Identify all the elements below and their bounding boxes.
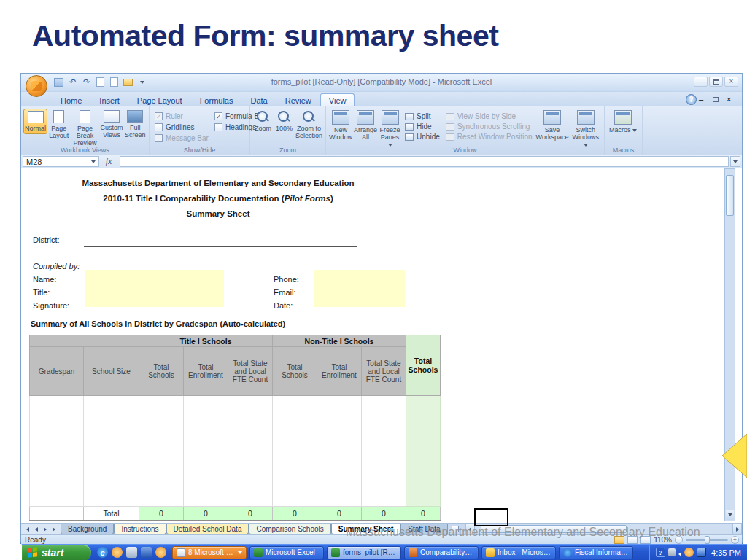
slide: Automated Form: summary sheet ↶ ↷ forms_…	[0, 0, 747, 560]
next-sheet-icon[interactable]	[42, 527, 49, 532]
volume-icon[interactable]	[668, 548, 676, 556]
zoom-100-button[interactable]: 100%	[274, 109, 295, 133]
group-macros: Macros Macros	[605, 106, 643, 155]
message-bar-checkbox[interactable]: Message Bar	[155, 134, 209, 142]
help-icon[interactable]: ?	[686, 94, 697, 105]
header-line-2: 2010-11 Title I Comparability Documentat…	[43, 194, 393, 203]
ie-icon	[563, 548, 572, 557]
gridlines-checkbox[interactable]: Gridlines	[155, 123, 209, 131]
synchronous-scrolling-button[interactable]: Synchronous Scrolling	[446, 122, 533, 131]
page-layout-icon	[53, 110, 64, 123]
ribbon-tab-row: Home Insert Page Layout Formulas Data Re…	[21, 92, 742, 106]
ie-icon[interactable]: e	[97, 547, 108, 558]
office-button[interactable]	[26, 75, 47, 97]
new-window-button[interactable]: New Window	[328, 109, 353, 142]
normal-view-button[interactable]: Normal	[23, 109, 47, 134]
sheet-canvas[interactable]: Massachusetts Department of Elementary a…	[21, 168, 742, 523]
arrange-all-button[interactable]: Arrange All	[353, 109, 378, 142]
name-box-dropdown-icon[interactable]	[91, 160, 96, 163]
col-header: Total Schools	[139, 347, 184, 396]
total-value: 0	[317, 507, 362, 521]
header-line-1: Massachusetts Department of Elementary a…	[43, 179, 393, 187]
task-button-forms-pilot[interactable]: forms_pilot [Read-O...	[327, 546, 401, 559]
group-window: New Window Arrange All Freeze Panes Spli…	[326, 106, 605, 155]
prev-sheet-icon[interactable]	[33, 527, 40, 532]
restore-button[interactable]	[709, 77, 723, 87]
tab-review[interactable]: Review	[276, 93, 320, 106]
hide-button[interactable]: Hide	[405, 122, 440, 131]
vertical-scrollbar-thumb[interactable]	[726, 175, 734, 216]
messenger-icon[interactable]	[684, 548, 694, 557]
ruler-checkbox[interactable]: ✓ Ruler	[155, 112, 209, 120]
tab-formulas[interactable]: Formulas	[191, 93, 242, 106]
unhide-button[interactable]: Unhide	[405, 133, 440, 141]
window-controls: – ×	[694, 77, 738, 87]
tab-data[interactable]: Data	[241, 93, 276, 106]
tab-insert[interactable]: Insert	[90, 93, 128, 106]
magnifier-selection-icon	[302, 110, 315, 123]
phone-email-date-input[interactable]	[314, 270, 405, 307]
table-body-cell	[317, 396, 362, 507]
fx-icon[interactable]: fx	[99, 155, 118, 168]
formula-bar-expand-icon[interactable]	[730, 156, 740, 167]
macros-button[interactable]: Macros	[607, 109, 639, 135]
district-input-line[interactable]	[84, 236, 357, 247]
doc-close-button[interactable]: ×	[727, 95, 738, 104]
sheet-tab-instructions[interactable]: Instructions	[114, 524, 166, 534]
view-side-by-side-button[interactable]: View Side by Side	[446, 112, 533, 120]
phone-label: Phone:	[274, 275, 299, 284]
mail-icon[interactable]	[155, 547, 166, 558]
network-icon[interactable]	[697, 548, 706, 557]
task-button-office-group[interactable]: 8 Microsoft Office ...	[172, 546, 247, 559]
name-title-signature-input[interactable]	[85, 270, 224, 307]
formula-input[interactable]	[120, 156, 729, 167]
clock: 4:35 PM	[711, 548, 741, 557]
hide-tray-icons-chevron[interactable]	[678, 546, 681, 559]
freeze-panes-button[interactable]: Freeze Panes	[378, 109, 402, 149]
help-tray-icon[interactable]: ?	[656, 548, 665, 557]
zoom-in-icon[interactable]: +	[731, 536, 739, 544]
sync-scroll-icon	[446, 123, 454, 131]
name-box[interactable]: M28	[23, 156, 99, 167]
page-break-preview-button[interactable]: Page Break Preview	[71, 109, 100, 148]
split-button[interactable]: Split	[405, 112, 440, 120]
doc-restore-button[interactable]	[713, 95, 724, 104]
explorer-icon[interactable]	[126, 547, 137, 558]
zoom-slider[interactable]	[686, 539, 728, 541]
total-value: 0	[362, 507, 406, 521]
last-sheet-icon[interactable]	[50, 527, 58, 532]
sheet-tab-detailed-school-data[interactable]: Detailed School Data	[166, 524, 249, 534]
dropdown-icon	[632, 129, 637, 132]
zoom-to-selection-button[interactable]: Zoom to Selection	[295, 109, 323, 141]
scroll-right-icon[interactable]	[732, 524, 742, 534]
page-break-icon	[80, 110, 90, 123]
tab-view[interactable]: View	[320, 93, 355, 106]
sheet-tab-comparison-schools[interactable]: Comparison Schools	[249, 524, 330, 534]
task-button-fiscal-information[interactable]: Fiscal Information: M...	[559, 546, 633, 559]
first-sheet-icon[interactable]	[24, 527, 31, 532]
outlook-icon[interactable]	[112, 547, 123, 558]
start-button[interactable]: start	[22, 545, 91, 560]
full-screen-button[interactable]: Full Screen	[123, 109, 147, 140]
close-button[interactable]: ×	[724, 77, 738, 87]
task-button-comparability[interactable]: Comparability_SMazz...	[404, 546, 479, 559]
task-button-inbox[interactable]: Inbox - Microsoft Out...	[481, 546, 556, 559]
switch-windows-button[interactable]: Switch Windows	[569, 109, 602, 149]
full-screen-icon	[127, 110, 143, 122]
scroll-down-icon[interactable]	[726, 510, 734, 520]
zoom-button[interactable]: Zoom	[252, 109, 274, 133]
sheet-tab-background[interactable]: Background	[61, 524, 114, 534]
save-workspace-button[interactable]: Save Workspace	[535, 109, 570, 142]
word-icon[interactable]	[141, 547, 152, 558]
doc-minimize-button[interactable]: –	[699, 95, 711, 104]
task-button-excel[interactable]: Microsoft Excel	[249, 546, 324, 559]
excel-icon	[254, 548, 263, 557]
tab-page-layout[interactable]: Page Layout	[128, 93, 191, 106]
excel-icon	[331, 548, 340, 557]
zoom-slider-thumb[interactable]	[705, 536, 710, 544]
tab-home[interactable]: Home	[52, 93, 90, 106]
custom-views-button[interactable]: Custom Views	[99, 109, 123, 140]
minimize-button[interactable]: –	[694, 77, 708, 87]
reset-window-position-button[interactable]: Reset Window Position	[446, 133, 533, 141]
page-layout-view-button[interactable]: Page Layout	[47, 109, 71, 141]
